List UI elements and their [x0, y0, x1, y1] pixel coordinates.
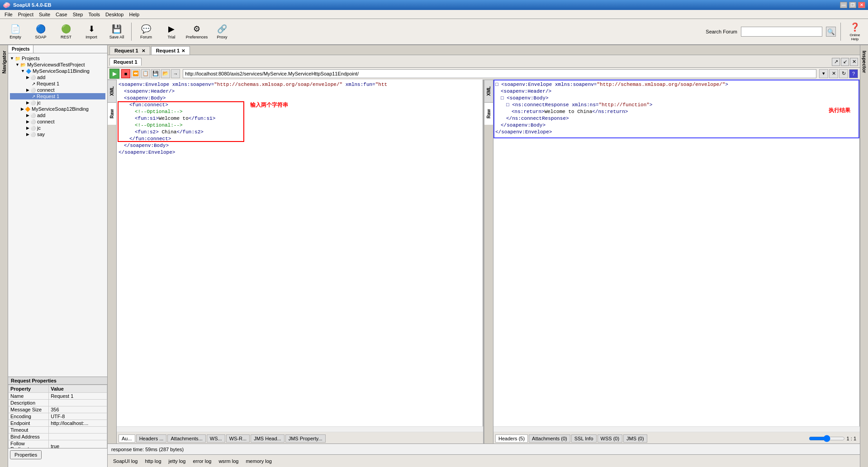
req-btn-4[interactable]: 📂: [161, 69, 170, 78]
req-btab-attach[interactable]: Attachments...: [167, 434, 205, 443]
req-btn-2[interactable]: 📋: [141, 69, 150, 78]
req1-label: Request 1: [37, 81, 59, 86]
prop-name: Name: [9, 393, 49, 400]
tree-root: ▼ 📁 Projects: [10, 55, 105, 61]
collapse-icon[interactable]: ↙: [841, 58, 849, 66]
inner-tab-request1[interactable]: Request 1: [109, 58, 142, 66]
tree-connect2[interactable]: ▶ ⚪ connect: [10, 118, 105, 125]
tree-jc2[interactable]: ▶ ⚪ jc: [10, 125, 105, 131]
search-go-button[interactable]: 🔍: [826, 27, 836, 37]
req-btab-wsr[interactable]: WS-R...: [226, 434, 250, 443]
preferences-button[interactable]: ⚙ Preferences: [185, 20, 209, 43]
close-button[interactable]: ✕: [858, 2, 865, 8]
trial-button[interactable]: ▶ Trial: [160, 20, 183, 43]
save-all-button[interactable]: 💾 Save All: [105, 20, 128, 43]
search-input[interactable]: [741, 27, 822, 37]
url-clear[interactable]: ✕: [829, 69, 838, 78]
restore-button[interactable]: ❐: [849, 2, 856, 8]
url-dropdown[interactable]: ▾: [819, 69, 828, 78]
import-button[interactable]: ⬇ Import: [80, 20, 103, 43]
tree-add1[interactable]: ▶ ⚪ add: [10, 74, 105, 80]
outer-tab-req1b[interactable]: Request 1 ✕: [151, 46, 190, 55]
toolbar-separator-2: [840, 23, 841, 41]
tree-jc1[interactable]: ▶ ⚪ jc: [10, 99, 105, 106]
tree-add2[interactable]: ▶ ⚪ add: [10, 112, 105, 118]
inspector-label[interactable]: Inspector: [861, 47, 868, 77]
resp-btab-jms[interactable]: JMS (0): [623, 434, 647, 443]
soap-icon: 🔵: [36, 24, 46, 34]
minimize-button[interactable]: —: [840, 2, 847, 8]
resp-vtab-raw[interactable]: Raw: [484, 102, 493, 125]
empty-button[interactable]: 📄 Empty: [4, 20, 27, 43]
req-btab-jmsprop[interactable]: JMS Property...: [285, 434, 326, 443]
tree-soap12[interactable]: ▶ 🔶 MyServiceSoap12Binding: [10, 106, 105, 112]
outer-tab-req1b-close[interactable]: ✕: [181, 48, 185, 53]
req-btab-jmshead[interactable]: JMS Head...: [251, 434, 285, 443]
navigator-bar: Navigator: [0, 45, 8, 467]
resp-btab-wss[interactable]: WSS (0): [598, 434, 623, 443]
navigator-label[interactable]: Navigator: [0, 47, 8, 77]
resp-hscroll[interactable]: [493, 426, 860, 432]
tree-item-myservice[interactable]: ▼ 📂 MyServicewsdlTestProject: [10, 61, 105, 68]
tree-soap11[interactable]: ▼ 🔷 MyServiceSoap11Binding: [10, 68, 105, 74]
toolbar-separator-1: [131, 23, 132, 41]
menu-tools[interactable]: Tools: [85, 11, 103, 18]
resp-vtab-xml[interactable]: XML: [484, 80, 493, 102]
outer-tab-req1-close[interactable]: ✕: [142, 48, 145, 53]
endpoint-url[interactable]: [183, 69, 816, 78]
log-tab-wsrm[interactable]: wsrm log: [215, 457, 242, 465]
properties-button[interactable]: Properties: [10, 450, 42, 459]
run-button[interactable]: ▶: [109, 69, 119, 79]
projects-tab[interactable]: Projects: [8, 45, 33, 53]
request-xml-editor[interactable]: 输入两个字符串 <soapenv:Envelope xmlns:soapenv=…: [117, 80, 483, 426]
log-tab-error[interactable]: error log: [189, 457, 215, 465]
resp-btab-headers[interactable]: Headers (5): [495, 434, 528, 443]
tree-connect1[interactable]: ▶ ⚪ connect: [10, 87, 105, 93]
req-btab-ws[interactable]: WS...: [207, 434, 225, 443]
size-slider[interactable]: [809, 435, 845, 442]
prop-name: Timeout: [9, 427, 49, 434]
proxy-button[interactable]: 🔗 Proxy: [210, 20, 234, 43]
online-help-button[interactable]: ❓ Online Help: [845, 20, 864, 43]
menu-case[interactable]: Case: [53, 11, 70, 18]
myservice-expand[interactable]: ▼: [15, 62, 19, 67]
tree-req1b[interactable]: ↗ Request 1: [10, 93, 105, 99]
rest-button[interactable]: 🟢 REST: [54, 20, 78, 43]
close-panel-icon[interactable]: ✕: [850, 58, 858, 66]
log-tab-http[interactable]: http log: [141, 457, 165, 465]
response-xml-editor[interactable]: 执行结果 □ <soapenv:Envelope xmlns:soapenv="…: [493, 80, 860, 426]
tree-req1[interactable]: ↗ Request 1: [10, 80, 105, 87]
empty-icon: 📄: [10, 24, 20, 34]
resp-btab-attach[interactable]: Attachments (0): [529, 434, 570, 443]
menu-file[interactable]: File: [2, 11, 15, 18]
root-expand[interactable]: ▼: [10, 56, 14, 61]
req-btab-au[interactable]: Au...: [119, 434, 135, 443]
expand-icon[interactable]: ↗: [832, 58, 840, 66]
req-btn-3[interactable]: 💾: [151, 69, 160, 78]
log-tab-soapui[interactable]: SoapUI log: [109, 457, 141, 465]
forum-button[interactable]: 💬 Forum: [134, 20, 158, 43]
tree-say1[interactable]: ▶ ⚪ say: [10, 131, 105, 137]
soap-button[interactable]: 🔵 SOAP: [29, 20, 52, 43]
stop-button[interactable]: ■: [121, 69, 130, 78]
menu-desktop[interactable]: Desktop: [103, 11, 126, 18]
req-vtab-xml[interactable]: XML: [108, 80, 116, 102]
outer-tab-req1[interactable]: Request 1 ✕: [109, 46, 150, 55]
menu-help[interactable]: Help: [126, 11, 142, 18]
menu-step[interactable]: Step: [70, 11, 86, 18]
log-tab-jetty[interactable]: jetty log: [165, 457, 190, 465]
resp-btab-ssl[interactable]: SSL Info: [571, 434, 597, 443]
url-refresh[interactable]: ↻: [839, 69, 848, 78]
log-tab-memory[interactable]: memory log: [242, 457, 275, 465]
req-btn-1[interactable]: ⏪: [131, 69, 140, 78]
menu-suite[interactable]: Suite: [36, 11, 53, 18]
req-vtab-raw[interactable]: Raw: [108, 102, 116, 125]
help-btn[interactable]: ?: [849, 69, 858, 78]
soap11-label: MyServiceSoap11Binding: [33, 68, 90, 74]
req-btn-5[interactable]: →: [171, 69, 180, 78]
trial-icon: ▶: [168, 24, 175, 34]
menu-project[interactable]: Project: [15, 11, 36, 18]
req-btab-headers[interactable]: Headers ...: [136, 434, 167, 443]
toolbar-right: Search Forum 🔍 ❓ Online Help: [706, 20, 864, 43]
req-hscroll[interactable]: [117, 426, 483, 432]
